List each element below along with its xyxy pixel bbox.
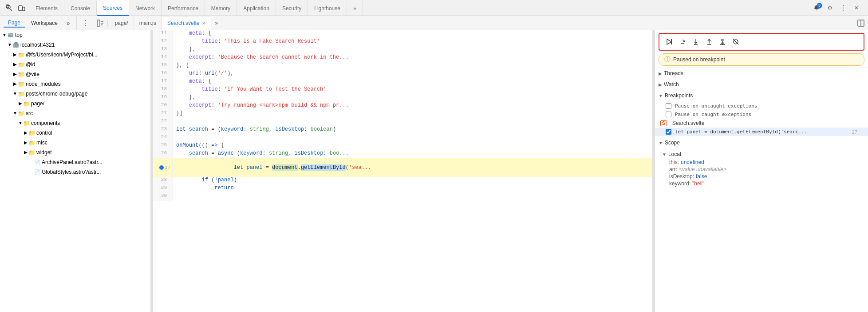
split-editor-icon[interactable] [854,20,868,27]
svg-rect-3 [23,7,25,11]
deactivate-breakpoints-button[interactable] [730,36,742,48]
navigator-toggle-icon[interactable] [93,20,108,27]
code-editor-panel: 11 meta: { 12 title: 'This Is a Fake Sea… [153,30,653,312]
active-bp-checkbox[interactable] [666,129,671,135]
breakpoints-header[interactable]: ▼ Breakpoints [655,90,868,101]
code-content[interactable]: 11 meta: { 12 title: 'This Is a Fake Sea… [153,30,652,312]
devtools-tab-bar: Elements Console Sources Network Perform… [0,0,868,16]
folder-icon-components: 📁 [23,120,30,127]
tree-item-globalstyles[interactable]: 📄 GlobalStyles.astro?astr... [0,167,150,177]
tree-item-fs[interactable]: 📁 @fs/Users/leon/MyProject/bl... [0,50,150,60]
tree-item-vite[interactable]: 📁 @vite [0,69,150,79]
code-line-18: 18 title: 'If You Want to Test the Searc… [153,86,652,94]
device-toggle-icon[interactable] [17,3,27,13]
file-tab-mainjs[interactable]: main.js [134,16,162,30]
file-tab-list: page/ main.js Search.svelte ✕ » [108,16,854,30]
folder-icon-fs: 📁 [18,51,25,58]
folder-icon-control: 📁 [28,129,36,136]
tree-arrow-localhost [7,42,12,48]
tab-performance[interactable]: Performance [162,0,205,16]
tree-arrow-vite [12,72,18,77]
pause-caught-item: Pause on caught exceptions [655,110,868,119]
folder-icon-node-modules: 📁 [18,80,25,88]
step-over-button[interactable] [676,36,689,48]
breakpoints-arrow-icon: ▼ [659,93,663,98]
more-tabs-icon[interactable]: » [64,20,73,27]
tree-item-components[interactable]: 📁 components [0,118,150,128]
file-tab-page[interactable]: page/ [110,16,134,30]
inspect-icon[interactable] [4,3,14,13]
scope-arrow-icon: ▼ [659,140,663,145]
tree-item-src[interactable]: 📁 src [0,108,150,118]
tab-application[interactable]: Application [237,0,276,16]
step-into-button[interactable] [690,36,702,48]
local-arrow-icon: ▼ [662,152,667,157]
pause-caught-checkbox[interactable] [666,112,671,117]
svg-point-0 [7,5,10,9]
tree-item-page[interactable]: 📁 page/ [0,99,150,108]
main-content: top localhost:4321 📁 @fs/Users/leon/MyPr… [0,30,868,312]
threads-section: ▶ Threads [655,68,868,79]
tab-sources[interactable]: Sources [97,0,129,16]
more-file-tabs-icon[interactable]: » [211,20,221,26]
tree-item-archivepanel[interactable]: 📄 ArchivePanel.astro?astr... [0,157,150,167]
scope-header[interactable]: ▼ Scope [655,137,868,148]
resume-button[interactable] [663,36,675,48]
devtools-left-icons [2,3,29,13]
svg-line-21 [733,39,738,44]
bp-file-label: S Search.svelte [655,119,868,128]
tree-item-widget[interactable]: 📁 widget [0,148,150,157]
tree-item-localhost[interactable]: localhost:4321 [0,40,150,50]
close-devtools-icon[interactable]: ✕ [850,2,863,14]
notification-icon[interactable]: 5 [810,2,823,14]
tree-item-node-modules[interactable]: 📁 node_modules [0,79,150,89]
scope-local-header[interactable]: ▼ Local [655,150,868,159]
code-line-26: 26 search = async (keyword: string, isDe… [153,150,652,158]
tab-more[interactable]: » [347,0,363,16]
code-line-21: 21 }] [153,110,652,118]
tab-console[interactable]: Console [64,0,97,16]
file-icon-globalstyles: 📄 [34,168,41,176]
pause-uncaught-checkbox[interactable] [666,103,671,109]
panel-options-icon[interactable]: ⋮ [77,19,93,27]
threads-arrow-icon: ▶ [659,71,662,76]
sources-sub-tabs: Page Workspace » [0,16,77,30]
file-tab-search-svelte[interactable]: Search.svelte ✕ [162,16,212,30]
tab-workspace[interactable]: Workspace [27,19,62,27]
file-tree-panel: top localhost:4321 📁 @fs/Users/leon/MyPr… [0,30,151,312]
svg-rect-8 [8,33,10,34]
close-file-tab-icon[interactable]: ✕ [202,21,205,26]
tab-page[interactable]: Page [4,19,25,28]
step-button[interactable] [716,36,729,48]
code-line-28: 28 if (!panel) [153,177,652,185]
tree-arrow-node-modules [12,81,18,87]
tree-arrow-top [2,32,7,38]
tab-network[interactable]: Network [129,0,162,16]
tab-security[interactable]: Security [276,0,308,16]
tree-item-posts[interactable]: 📁 posts/chrome-debug/page [0,89,150,99]
threads-header[interactable]: ▶ Threads [655,68,868,79]
code-line-22: 22 [153,118,652,126]
code-line-24: 24 [153,134,652,142]
tree-item-control[interactable]: 📁 control [0,128,150,138]
tree-arrow-id [12,62,18,67]
tree-item-top[interactable]: top [0,30,150,40]
code-line-25: 25 onMount(() => { [153,142,652,150]
tree-item-id[interactable]: 📁 @id [0,60,150,69]
scope-item-arr: arr: <value unavailable> [655,166,868,173]
scope-section: ▼ Scope ▼ Local this: undefined arr: <va… [655,137,868,189]
scope-local: ▼ Local this: undefined arr: <value unav… [655,148,868,189]
watch-header[interactable]: ▶ Watch [655,79,868,90]
folder-icon-top [7,32,14,39]
tree-item-misc[interactable]: 📁 misc [0,138,150,148]
code-line-11: 11 meta: { [153,30,652,38]
svg-point-10 [14,42,18,44]
active-breakpoint-item[interactable]: let panel = document.getElementById('sea… [655,128,868,136]
tab-elements[interactable]: Elements [29,0,64,16]
settings-icon[interactable]: ⚙ [824,2,836,14]
tab-memory[interactable]: Memory [205,0,237,16]
more-options-icon[interactable]: ⋮ [837,2,849,14]
step-out-button[interactable] [703,36,715,48]
tab-lighthouse[interactable]: Lighthouse [308,0,347,16]
tree-arrow-components [18,120,23,126]
